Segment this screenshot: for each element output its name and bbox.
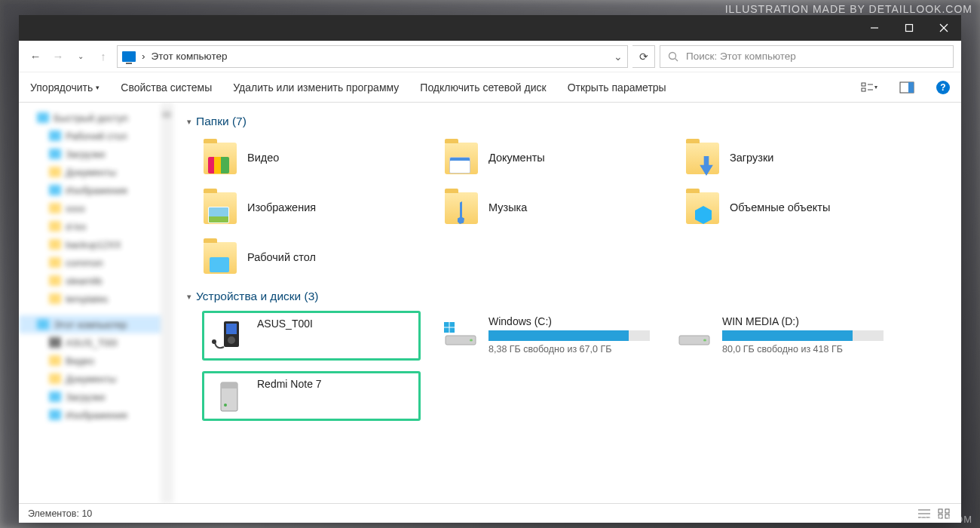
map-drive-button[interactable]: Подключить сетевой диск xyxy=(420,81,546,94)
minimize-button[interactable] xyxy=(857,15,892,41)
maximize-button[interactable] xyxy=(892,15,926,41)
history-dropdown[interactable]: ⌄ xyxy=(72,48,90,66)
close-button[interactable] xyxy=(926,15,961,41)
svg-point-15 xyxy=(212,339,216,344)
breadcrumb[interactable]: › Этот компьютер ⌄ xyxy=(117,45,628,68)
svg-point-25 xyxy=(224,404,227,407)
content-area: Быстрый доступ Рабочий стол Загрузки Док… xyxy=(19,103,961,503)
svg-rect-30 xyxy=(945,509,949,513)
watermark-top: ILLUSTRATION MADE BY DETAILLOOK.COM xyxy=(725,3,972,15)
svg-rect-29 xyxy=(939,509,942,513)
folder-documents[interactable]: Документы xyxy=(443,136,677,180)
back-button[interactable]: ← xyxy=(26,48,44,66)
device-asus[interactable]: ASUS_T00I xyxy=(202,311,421,361)
drive-label: Windows (C:) xyxy=(488,315,650,327)
svg-rect-6 xyxy=(862,83,865,86)
forward-button[interactable]: → xyxy=(49,48,67,66)
preview-pane-icon[interactable] xyxy=(899,80,915,95)
groupby-icon[interactable]: ▾ xyxy=(861,80,877,95)
svg-point-17 xyxy=(470,339,473,342)
svg-point-14 xyxy=(228,336,235,344)
svg-line-5 xyxy=(675,58,678,61)
watermark-bottom: ILLUSTRATION MADE BY DETAILLOOK.COM xyxy=(741,514,972,525)
breadcrumb-label: Этот компьютер xyxy=(152,51,228,62)
drive-c[interactable]: Windows (C:) 8,38 ГБ свободно из 67,0 ГБ xyxy=(436,311,654,361)
disk-windows-icon xyxy=(440,315,479,351)
svg-rect-7 xyxy=(862,88,865,91)
device-label: ASUS_T00I xyxy=(257,318,414,330)
svg-point-4 xyxy=(669,52,676,59)
media-player-icon xyxy=(209,318,248,354)
open-settings-button[interactable]: Открыть параметры xyxy=(568,81,666,94)
folder-pictures[interactable]: Изображения xyxy=(202,186,436,229)
folder-downloads[interactable]: Загрузки xyxy=(684,136,918,180)
search-icon xyxy=(668,51,678,62)
folder-music[interactable]: Музыка xyxy=(443,186,677,229)
help-icon[interactable]: ? xyxy=(936,81,950,94)
organize-menu[interactable]: Упорядочить▾ xyxy=(30,81,100,94)
device-tower-icon xyxy=(209,378,248,414)
drives-section-header[interactable]: ▾ Устройства и диски (3) xyxy=(187,290,948,303)
drive-freespace: 80,0 ГБ свободно из 418 ГБ xyxy=(722,344,884,355)
up-button[interactable]: ↑ xyxy=(94,48,112,66)
svg-rect-13 xyxy=(226,324,237,334)
item-count: Элементов: 10 xyxy=(28,508,92,519)
computer-icon xyxy=(122,51,136,62)
address-bar: ← → ⌄ ↑ › Этот компьютер ⌄ ⟳ Поиск: Этот… xyxy=(19,41,961,72)
svg-rect-1 xyxy=(906,25,913,32)
folder-desktop[interactable]: Рабочий стол xyxy=(202,235,436,279)
chevron-down-icon: ▾ xyxy=(187,117,191,127)
drive-freespace: 8,38 ГБ свободно из 67,0 ГБ xyxy=(488,344,650,355)
drive-d[interactable]: WIN MEDIA (D:) 80,0 ГБ свободно из 418 Г… xyxy=(669,311,888,361)
search-placeholder: Поиск: Этот компьютер xyxy=(686,51,796,62)
command-bar: Упорядочить▾ Свойства системы Удалить ил… xyxy=(19,72,961,103)
svg-point-22 xyxy=(703,339,706,342)
system-properties-button[interactable]: Свойства системы xyxy=(121,81,212,94)
title-bar xyxy=(19,15,961,41)
sidebar-scrollbar[interactable] xyxy=(161,103,173,503)
drive-label: WIN MEDIA (D:) xyxy=(722,315,884,327)
explorer-window: ← → ⌄ ↑ › Этот компьютер ⌄ ⟳ Поиск: Этот… xyxy=(19,15,961,523)
disk-icon xyxy=(674,315,713,351)
device-redmi[interactable]: Redmi Note 7 xyxy=(202,371,421,421)
search-input[interactable]: Поиск: Этот компьютер xyxy=(660,45,954,68)
navigation-pane[interactable]: Быстрый доступ Рабочий стол Загрузки Док… xyxy=(19,103,173,503)
device-label: Redmi Note 7 xyxy=(257,378,414,390)
folder-3dobjects[interactable]: Объемные объекты xyxy=(684,186,918,229)
svg-rect-11 xyxy=(908,82,914,93)
svg-rect-24 xyxy=(221,382,237,388)
folder-videos[interactable]: Видео xyxy=(202,136,436,180)
refresh-button[interactable]: ⟳ xyxy=(632,45,655,68)
chevron-down-icon: ▾ xyxy=(187,292,191,302)
folders-section-header[interactable]: ▾ Папки (7) xyxy=(187,115,948,128)
chevron-down-icon[interactable]: ⌄ xyxy=(614,51,623,63)
main-content: ▾ Папки (7) Видео Документы Загрузки Изо… xyxy=(173,103,961,503)
uninstall-program-button[interactable]: Удалить или изменить программу xyxy=(233,81,399,94)
